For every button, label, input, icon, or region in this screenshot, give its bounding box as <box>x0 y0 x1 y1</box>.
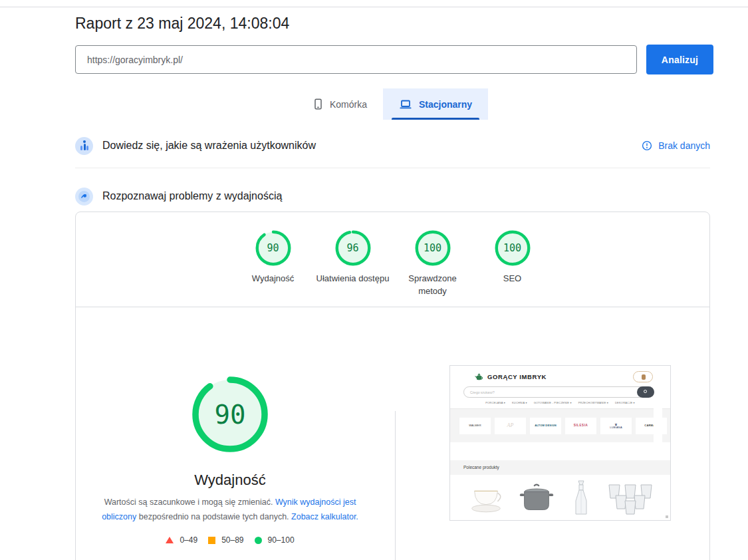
user-experience-title: Dowiedz się, jakie są wrażenia użytkowni… <box>102 140 316 152</box>
site-nav-item: GOTOWANIE - PIECZENIE ▾ <box>534 401 572 404</box>
performance-gauge: 90 <box>190 374 270 454</box>
performance-title: Rozpoznawaj problemy z wydajnością <box>102 190 282 202</box>
score-accessibility-value: 96 <box>334 229 372 267</box>
site-nav-item: DEKORACJE ▾ <box>615 401 635 404</box>
phone-icon <box>313 98 323 110</box>
score-best-practices-label: Sprawdzone metody <box>402 273 463 298</box>
legend-good-range: 90–100 <box>268 535 295 545</box>
performance-gauge-value: 90 <box>190 374 270 454</box>
url-input[interactable] <box>75 45 637 74</box>
site-products-row <box>450 475 670 521</box>
no-data-link[interactable]: Brak danych <box>658 140 710 151</box>
brand-card: ALTOM DESIGN <box>530 418 561 434</box>
card-divider <box>76 307 709 307</box>
score-performance-label: Wydajność <box>252 273 294 285</box>
site-search-bar: Czego szukasz? <box>463 386 654 398</box>
score-seo-value: 100 <box>494 229 531 267</box>
tab-desktop-label: Stacjonarny <box>419 99 472 110</box>
active-tab-underline <box>392 118 479 120</box>
site-nav-item: KUCHNIA ▾ <box>512 401 527 404</box>
cup-and-saucer-image <box>467 482 505 515</box>
site-scroll-corner <box>666 515 668 518</box>
header-divider <box>0 7 748 7</box>
legend-poor-range: 0–49 <box>180 535 197 545</box>
no-data-status[interactable]: Brak danych <box>642 140 710 151</box>
red-triangle-icon <box>166 537 174 543</box>
section-divider <box>75 168 710 168</box>
performance-gauge-label: Wydajność <box>117 472 343 489</box>
score-best-practices-value: 100 <box>414 229 451 267</box>
green-circle-icon <box>255 537 262 544</box>
site-search-icon <box>637 386 654 398</box>
glass-decanter-image <box>568 480 594 517</box>
see-calculator-link[interactable]: Zobacz kalkulator. <box>291 512 358 521</box>
orange-square-icon <box>208 537 215 544</box>
brand-card: WALMER <box>459 418 491 434</box>
score-legend: 0–49 50–89 90–100 <box>96 535 364 545</box>
score-best-practices[interactable]: 100 Sprawdzone metody <box>393 229 473 298</box>
legend-average: 50–89 <box>208 535 243 545</box>
score-seo[interactable]: 100 SEO <box>473 229 553 298</box>
legend-good: 90–100 <box>255 535 295 545</box>
glasses-set-image <box>606 481 654 515</box>
error-outline-icon <box>642 140 652 151</box>
tab-desktop[interactable]: Stacjonarny <box>383 88 488 120</box>
site-search-placeholder: Czego szukasz? <box>470 390 495 394</box>
disclaimer-text: Wartości są szacunkowe i mogą się zmieni… <box>96 495 364 524</box>
site-brands-band: WALMER AP ALTOM DESIGN SILESIA ♛LUBIANA … <box>450 408 670 442</box>
site-nav-item: PORCELANA ▾ <box>485 401 505 404</box>
score-seo-label: SEO <box>503 273 521 285</box>
site-products-strip: Polecane produkty <box>450 460 670 475</box>
device-tabs: Komórka Stacjonarny <box>75 88 710 120</box>
tab-mobile-label: Komórka <box>330 99 367 110</box>
score-performance[interactable]: 90 Wydajność <box>233 229 313 298</box>
site-logo: GORĄCY IMBRYK <box>474 372 547 381</box>
brand-card: SILESIA <box>565 418 596 434</box>
stock-pot-image <box>517 482 556 515</box>
analyze-button[interactable]: Analizuj <box>646 45 713 74</box>
performance-section-header: Rozpoznawaj problemy z wydajnością <box>75 185 710 208</box>
performance-speedometer-icon <box>75 188 93 206</box>
brand-card: AP <box>495 418 526 434</box>
laptop-icon <box>399 99 412 110</box>
site-account-button <box>633 371 653 382</box>
column-divider <box>395 411 396 560</box>
performance-report-card: 90 Wydajność 96 Ułatwienia dostępu 100 <box>75 211 710 560</box>
disclaimer-part-1: Wartości są szacunkowe i mogą się zmieni… <box>104 497 275 507</box>
legend-average-range: 50–89 <box>221 535 243 545</box>
site-name: GORĄCY IMBRYK <box>487 373 547 380</box>
category-scores-row: 90 Wydajność 96 Ułatwienia dostępu 100 <box>76 229 709 298</box>
score-performance-value: 90 <box>255 229 292 267</box>
site-scrollbar <box>654 406 662 444</box>
site-products-heading: Polecane produkty <box>463 465 499 470</box>
page-title: Raport z 23 maj 2024, 14:08:04 <box>75 15 289 33</box>
score-accessibility[interactable]: 96 Ułatwienia dostępu <box>313 229 393 298</box>
score-accessibility-label: Ułatwienia dostępu <box>316 273 390 285</box>
brand-card: ♛LUBIANA <box>600 418 632 434</box>
user-experience-section-header: Dowiedz się, jakie są wrażenia użytkowni… <box>75 134 710 157</box>
teapot-icon <box>474 372 484 381</box>
disclaimer-part-2: bezpośrednio na podstawie tych danych. <box>136 512 291 521</box>
tab-mobile[interactable]: Komórka <box>297 88 383 120</box>
user-experience-icon <box>75 137 93 155</box>
site-nav-item: PRZECHOWYWANIE ▾ <box>578 401 608 404</box>
site-nav: PORCELANA ▾ KUCHNIA ▾ GOTOWANIE - PIECZE… <box>450 401 670 404</box>
site-screenshot-thumbnail[interactable]: GORĄCY IMBRYK Czego szukasz? PORCELANA ▾… <box>449 365 671 521</box>
legend-poor: 0–49 <box>166 535 197 545</box>
